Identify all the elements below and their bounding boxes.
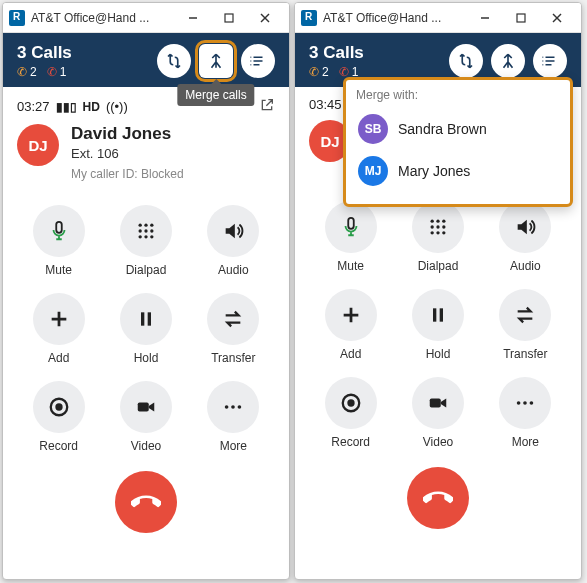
merge-option-name: Mary Jones <box>398 163 470 179</box>
titlebar: AT&T Office@Hand ... <box>295 3 581 33</box>
titlebar: AT&T Office@Hand ... <box>3 3 289 33</box>
transfer-label: Transfer <box>211 351 255 365</box>
video-label: Video <box>423 435 453 449</box>
hold-label: Hold <box>426 347 451 361</box>
svg-point-40 <box>523 401 527 405</box>
add-button[interactable] <box>33 293 85 345</box>
audio-button[interactable] <box>499 201 551 253</box>
app-icon <box>301 10 317 26</box>
dialpad-button[interactable] <box>120 205 172 257</box>
mute-button[interactable] <box>325 201 377 253</box>
phone-incoming-icon: ✆ <box>47 65 57 79</box>
call-list-button[interactable] <box>533 44 567 78</box>
avatar: SB <box>358 114 388 144</box>
video-button[interactable] <box>412 377 464 429</box>
call-timer: 03:27 <box>17 99 50 114</box>
svg-point-16 <box>55 403 62 410</box>
window-title: AT&T Office@Hand ... <box>323 11 467 25</box>
phone-outgoing-icon: ✆ <box>17 65 27 79</box>
call-timer: 03:45 <box>309 97 342 112</box>
swap-calls-button[interactable] <box>449 44 483 78</box>
transfer-button[interactable] <box>207 293 259 345</box>
svg-point-41 <box>530 401 534 405</box>
svg-point-28 <box>430 225 433 228</box>
call-list-button[interactable] <box>241 44 275 78</box>
hold-label: Hold <box>134 351 159 365</box>
hangup-button[interactable] <box>407 467 469 529</box>
merge-calls-button[interactable]: Merge calls <box>199 44 233 78</box>
add-label: Add <box>340 347 361 361</box>
add-button[interactable] <box>325 289 377 341</box>
merge-calls-tooltip: Merge calls <box>177 84 254 106</box>
outgoing-count: 2 <box>322 65 329 79</box>
calls-count-title: 3 Calls <box>17 43 72 63</box>
svg-point-20 <box>238 405 242 409</box>
svg-rect-38 <box>430 398 441 407</box>
more-button[interactable] <box>499 377 551 429</box>
svg-point-10 <box>138 235 141 238</box>
action-grid: Mute Dialpad Audio Add Hold Transfer Rec… <box>3 191 289 459</box>
audio-label: Audio <box>218 263 249 277</box>
mute-label: Mute <box>45 263 72 277</box>
app-window-left: AT&T Office@Hand ... 3 Calls ✆2 ✆1 Merge… <box>2 2 290 580</box>
svg-point-12 <box>150 235 153 238</box>
svg-point-18 <box>225 405 229 409</box>
more-button[interactable] <box>207 381 259 433</box>
signal-icon: ▮▮▯ <box>56 100 77 114</box>
merge-option-name: Sandra Brown <box>398 121 487 137</box>
svg-point-33 <box>442 231 445 234</box>
merge-calls-button[interactable] <box>491 44 525 78</box>
add-label: Add <box>48 351 69 365</box>
close-button[interactable] <box>539 4 575 32</box>
audio-button[interactable] <box>207 205 259 257</box>
maximize-button[interactable] <box>503 4 539 32</box>
maximize-button[interactable] <box>211 4 247 32</box>
app-window-right: AT&T Office@Hand ... 3 Calls ✆2 ✆1 03:45 <box>294 2 582 580</box>
app-icon <box>9 10 25 26</box>
svg-point-8 <box>144 229 147 232</box>
dialpad-button[interactable] <box>412 201 464 253</box>
svg-point-6 <box>150 224 153 227</box>
svg-point-29 <box>436 225 439 228</box>
svg-point-11 <box>144 235 147 238</box>
svg-point-37 <box>347 399 354 406</box>
svg-point-39 <box>517 401 521 405</box>
avatar: MJ <box>358 156 388 186</box>
svg-point-9 <box>150 229 153 232</box>
call-header: 3 Calls ✆2 ✆1 Merge calls <box>3 33 289 87</box>
hangup-button[interactable] <box>115 471 177 533</box>
swap-calls-button[interactable] <box>157 44 191 78</box>
broadcast-icon: ((•)) <box>106 99 128 114</box>
close-button[interactable] <box>247 4 283 32</box>
merge-option[interactable]: SB Sandra Brown <box>356 108 560 150</box>
more-label: More <box>512 435 539 449</box>
record-button[interactable] <box>33 381 85 433</box>
caller-block: DJ David Jones Ext. 106 My caller ID: Bl… <box>3 120 289 191</box>
record-button[interactable] <box>325 377 377 429</box>
avatar: DJ <box>17 124 59 166</box>
popover-title: Merge with: <box>356 88 560 102</box>
dialpad-label: Dialpad <box>126 263 167 277</box>
popout-button[interactable] <box>259 97 275 116</box>
video-button[interactable] <box>120 381 172 433</box>
svg-point-27 <box>442 220 445 223</box>
transfer-label: Transfer <box>503 347 547 361</box>
mute-button[interactable] <box>33 205 85 257</box>
merge-option[interactable]: MJ Mary Jones <box>356 150 560 192</box>
svg-rect-17 <box>138 402 149 411</box>
caller-id: My caller ID: Blocked <box>71 167 184 181</box>
audio-label: Audio <box>510 259 541 273</box>
minimize-button[interactable] <box>175 4 211 32</box>
window-title: AT&T Office@Hand ... <box>31 11 175 25</box>
phone-outgoing-icon: ✆ <box>309 65 319 79</box>
svg-point-31 <box>430 231 433 234</box>
svg-point-4 <box>138 224 141 227</box>
hold-button[interactable] <box>412 289 464 341</box>
transfer-button[interactable] <box>499 289 551 341</box>
svg-point-19 <box>231 405 235 409</box>
minimize-button[interactable] <box>467 4 503 32</box>
dialpad-label: Dialpad <box>418 259 459 273</box>
svg-point-5 <box>144 224 147 227</box>
caller-name: David Jones <box>71 124 184 144</box>
hold-button[interactable] <box>120 293 172 345</box>
